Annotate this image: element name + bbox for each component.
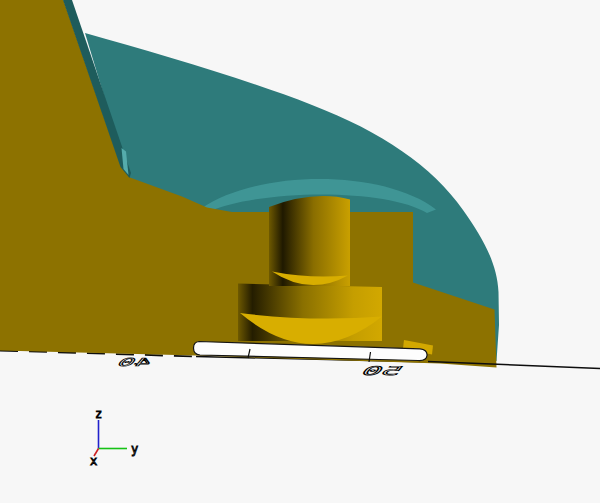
cad-3d-viewport[interactable]: 40 50 z y x xyxy=(0,0,600,503)
cylinder-upper-body xyxy=(269,196,350,286)
axis-z-label: z xyxy=(95,407,102,421)
axis-y-label: y xyxy=(131,442,138,456)
axis-x-label: x xyxy=(90,454,97,468)
